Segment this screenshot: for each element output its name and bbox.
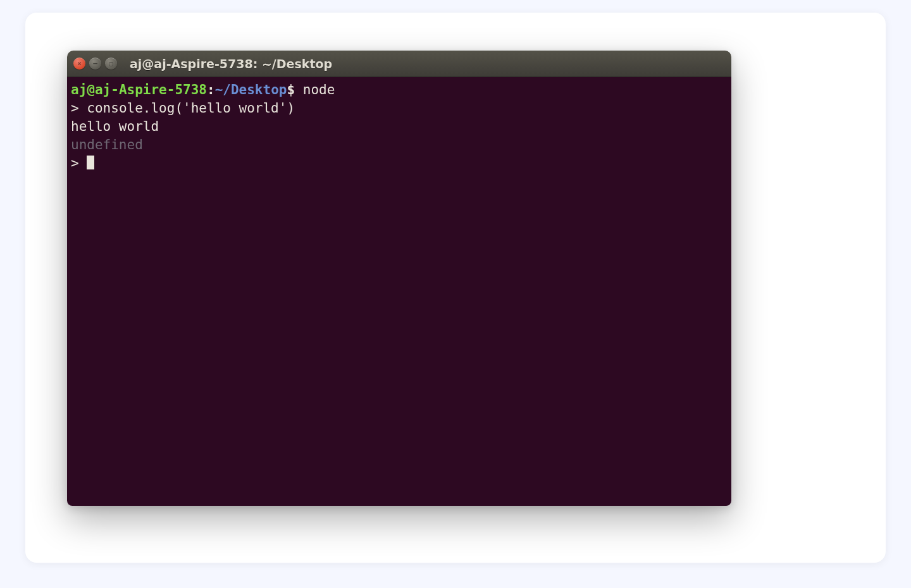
maximize-icon: ▢ bbox=[109, 60, 113, 67]
page-card: × – ▢ aj@aj-Aspire-5738: ~/Desktop aj@aj… bbox=[25, 13, 886, 563]
window-title: aj@aj-Aspire-5738: ~/Desktop bbox=[130, 57, 332, 71]
titlebar[interactable]: × – ▢ aj@aj-Aspire-5738: ~/Desktop bbox=[67, 51, 731, 77]
repl-return-1: undefined bbox=[71, 137, 143, 152]
prompt-sigil: $ bbox=[287, 82, 295, 97]
terminal-window: × – ▢ aj@aj-Aspire-5738: ~/Desktop aj@aj… bbox=[67, 51, 731, 506]
prompt-path: ~/Desktop bbox=[215, 82, 287, 97]
repl-prompt-1: > bbox=[71, 101, 79, 116]
close-button[interactable]: × bbox=[73, 58, 85, 70]
prompt-colon: : bbox=[207, 82, 215, 97]
stdout-1: hello world bbox=[71, 119, 159, 134]
prompt-at: @ bbox=[87, 82, 95, 97]
prompt-user: aj bbox=[71, 82, 87, 97]
minimize-button[interactable]: – bbox=[89, 58, 101, 70]
repl-input-1: console.log('hello world') bbox=[87, 101, 295, 116]
terminal-body[interactable]: aj@aj-Aspire-5738:~/Desktop$ node > cons… bbox=[67, 77, 731, 506]
close-icon: × bbox=[77, 60, 82, 67]
maximize-button[interactable]: ▢ bbox=[105, 58, 117, 70]
minimize-icon: – bbox=[93, 60, 97, 67]
cursor-icon bbox=[87, 156, 94, 169]
prompt-host: aj-Aspire-5738 bbox=[95, 82, 207, 97]
repl-prompt-2: > bbox=[71, 156, 79, 171]
shell-command: node bbox=[303, 82, 335, 97]
